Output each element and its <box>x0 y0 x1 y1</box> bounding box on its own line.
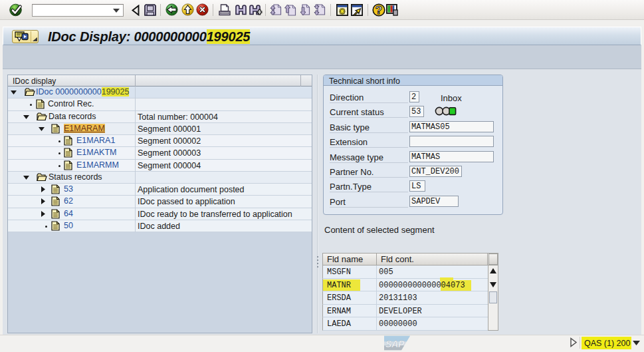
svg-text:SAP: SAP <box>385 339 405 349</box>
svg-text:?: ? <box>376 4 382 17</box>
